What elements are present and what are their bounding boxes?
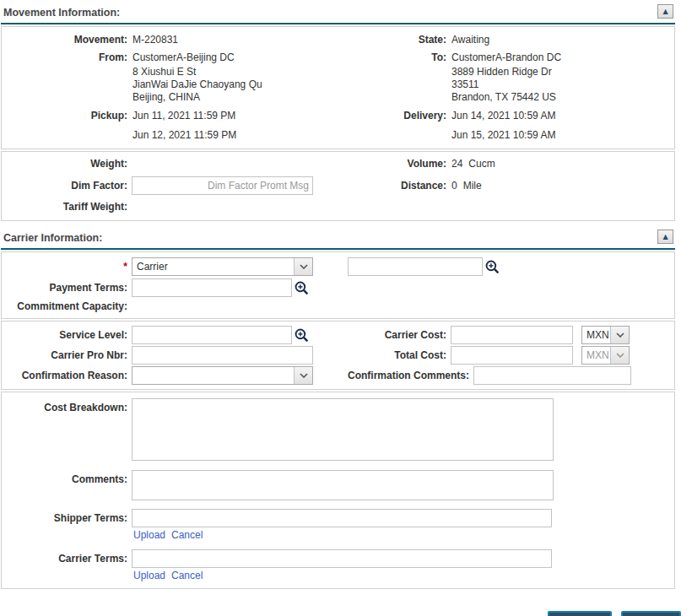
carrier-terms-label: Carrier Terms: [2,549,132,565]
delivery-late-value: Jun 15, 2021 10:59 AM [451,128,555,142]
shipper-terms-field-group: Upload Cancel [132,509,552,541]
to-value: CustomerA-Brandon DC [451,51,561,64]
payment-terms-input[interactable] [132,278,292,297]
confirmation-reason-label: Confirmation Reason: [2,369,132,382]
carrier-search-input[interactable] [348,257,483,276]
carrier-terms-field-group: Upload Cancel [132,549,552,581]
volume-value: 24 [451,157,462,170]
search-plus-icon[interactable] [294,327,310,343]
movement-summary-box: Movement: M-220831 State: Awaiting From:… [1,26,675,149]
carrier-cost-currency-select[interactable]: MXN [581,326,630,344]
carrier-assignment-form: Movement Information: ▲ Movement: M-2208… [0,0,692,616]
chevron-down-icon [294,258,312,275]
total-cost-label: Total Cost: [348,349,451,362]
carrier-required-marker: * [2,260,132,273]
currency-value: MXN [582,347,610,364]
search-plus-icon[interactable] [484,259,500,275]
carrier-section-title: Carrier Information: [3,232,102,244]
from-value: CustomerA-Beijing DC [132,51,235,64]
chevron-down-icon [294,367,312,384]
confirmation-reason-select[interactable] [132,366,313,385]
volume-label: Volume: [348,157,451,170]
service-level-label: Service Level: [2,328,132,342]
shipper-terms-label: Shipper Terms: [2,509,132,525]
shipper-terms-upload-link[interactable]: Upload [133,529,165,541]
to-address: 3889 Hidden Ridge Dr 33511 Brandon, TX 7… [451,66,556,104]
delivery-early-value: Jun 14, 2021 10:59 AM [451,109,555,122]
to-label: To: [348,51,451,64]
chevron-down-icon [610,327,629,343]
movement-measures-box: Weight: Volume: 24 Cucm Dim Factor: Dist… [1,151,675,221]
carrier-pro-nbr-label: Carrier Pro Nbr: [2,349,132,362]
movement-label: Movement: [2,33,132,46]
chevron-down-icon [610,347,629,364]
carrier-collapse-button[interactable]: ▲ [657,230,673,244]
carrier-information-section: Carrier Information: ▲ * Carrier [1,226,691,589]
volume-unit: Cucm [468,157,495,170]
movement-section-header: Movement Information: ▲ [1,1,675,24]
movement-information-section: Movement Information: ▲ Movement: M-2208… [1,1,691,221]
carrier-select-value: Carrier [132,258,294,275]
carrier-terms-input[interactable] [132,549,552,568]
comments-label: Comments: [2,470,132,486]
dim-factor-input[interactable] [132,176,313,195]
cost-breakdown-label: Cost Breakdown: [2,398,132,414]
distance-value: 0 [451,179,457,192]
pickup-early-value: Jun 11, 2021 11:59 PM [132,109,235,122]
from-address: 8 Xiushui E St JianWai DaJie Chaoyang Qu… [132,66,262,104]
form-actions: Confirm Cancel [1,611,681,616]
movement-collapse-button[interactable]: ▲ [657,4,673,19]
carrier-terms-cancel-link[interactable]: Cancel [171,570,203,581]
carrier-select[interactable]: Carrier [132,257,313,276]
collapse-arrow-icon: ▲ [662,234,668,240]
payment-terms-label: Payment Terms: [2,281,132,294]
search-plus-icon[interactable] [294,280,310,296]
tariff-weight-label: Tariff Weight: [2,200,132,213]
movement-value: M-220831 [132,33,178,46]
shipper-terms-input[interactable] [132,509,552,527]
state-value: Awaiting [451,33,489,46]
confirmation-comments-label: Confirmation Comments: [348,369,473,382]
carrier-pro-nbr-input[interactable] [132,346,313,365]
comments-textarea[interactable] [132,470,554,500]
from-label: From: [2,51,132,64]
delivery-label: Delivery: [348,109,451,122]
pickup-label: Pickup: [2,109,132,122]
service-level-input[interactable] [132,326,292,344]
carrier-section-header: Carrier Information: ▲ [1,226,675,250]
confirmation-comments-input[interactable] [473,366,631,385]
cancel-button[interactable]: Cancel [621,611,681,616]
total-cost-currency-select: MXN [581,346,630,365]
carrier-selection-box: * Carrier [1,251,675,319]
carrier-cost-label: Carrier Cost: [348,328,451,342]
dim-factor-label: Dim Factor: [2,179,132,192]
confirmation-reason-value [132,367,294,384]
currency-value: MXN [582,327,610,343]
cost-breakdown-textarea[interactable] [132,398,554,461]
distance-label: Distance: [348,179,451,192]
weight-label: Weight: [2,157,132,170]
confirm-button[interactable]: Confirm [548,611,612,616]
collapse-arrow-icon: ▲ [662,8,668,15]
shipper-terms-cancel-link[interactable]: Cancel [171,529,203,541]
carrier-cost-input[interactable] [451,326,573,344]
carrier-terms-upload-link[interactable]: Upload [133,570,165,581]
state-label: State: [348,33,451,46]
pickup-late-value: Jun 12, 2021 11:59 PM [132,128,236,142]
total-cost-input [451,346,573,365]
commitment-capacity-label: Commitment Capacity: [2,300,132,313]
carrier-notes-box: Cost Breakdown: Comments: Shipper Terms:… [1,392,675,589]
carrier-costs-box: Service Level: Carrier Cost: [1,321,675,390]
distance-unit: Mile [462,179,482,192]
movement-section-title: Movement Information: [3,7,120,19]
